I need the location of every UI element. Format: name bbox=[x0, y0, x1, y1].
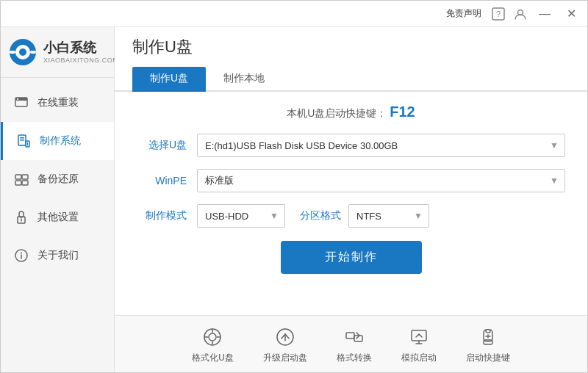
tool-format-udisk[interactable]: 格式化U盘 bbox=[192, 325, 234, 364]
svg-rect-40 bbox=[486, 330, 490, 333]
sidebar-item-make-system[interactable]: 制作系统 bbox=[1, 122, 114, 160]
logo-title: 小白系统 bbox=[43, 40, 118, 57]
svg-rect-34 bbox=[346, 333, 354, 338]
sidebar-item-about-us[interactable]: 关于我们 bbox=[1, 236, 114, 275]
winpe-label: WinPE bbox=[137, 175, 187, 186]
tool-upgrade-boot[interactable]: 升级启动盘 bbox=[263, 325, 307, 364]
sidebar-item-label-about-us: 关于我们 bbox=[37, 249, 79, 262]
logo-icon bbox=[8, 37, 37, 67]
svg-rect-16 bbox=[15, 175, 21, 179]
winpe-control: 标准版 ▼ bbox=[197, 169, 565, 192]
make-system-icon bbox=[15, 132, 32, 150]
svg-point-5 bbox=[19, 48, 26, 56]
user-icon[interactable] bbox=[512, 6, 528, 22]
tab-make-local[interactable]: 制作本地 bbox=[206, 67, 282, 92]
select-udisk-arrow: ▼ bbox=[550, 140, 559, 151]
start-btn-row: 开始制作 bbox=[137, 241, 565, 274]
svg-point-25 bbox=[21, 253, 22, 254]
select-udisk-row: 选择U盘 E:(hd1)USB Flash Disk USB Device 30… bbox=[137, 134, 565, 157]
winpe-dropdown[interactable]: 标准版 ▼ bbox=[197, 169, 565, 192]
upgrade-boot-icon bbox=[273, 325, 297, 349]
online-reinstall-icon bbox=[12, 94, 30, 112]
sidebar-item-other-settings[interactable]: 其他设置 bbox=[1, 198, 114, 236]
sidebar-menu: 在线重装 制作系统 bbox=[1, 78, 114, 373]
help-icon[interactable]: ? bbox=[490, 6, 506, 22]
logo-area: 小白系统 XIAOBAIXITONG.COM bbox=[1, 27, 114, 78]
svg-rect-12 bbox=[20, 137, 24, 139]
about-us-icon bbox=[12, 247, 30, 264]
logo-subtitle: XIAOBAIXITONG.COM bbox=[43, 57, 118, 64]
svg-rect-6 bbox=[10, 51, 15, 54]
backup-restore-icon bbox=[12, 170, 30, 188]
sidebar-item-online-reinstall[interactable]: 在线重装 bbox=[1, 84, 114, 122]
make-mode-row: 制作模式 USB-HDD ▼ 分区格式 NTFS ▼ bbox=[137, 204, 565, 228]
tool-simulate-boot-label: 模拟启动 bbox=[401, 352, 437, 364]
form-area: 本机U盘启动快捷键： F12 选择U盘 E:(hd1)USB Flash Dis… bbox=[115, 92, 587, 315]
svg-rect-19 bbox=[22, 181, 28, 185]
make-mode-label: 制作模式 bbox=[137, 209, 187, 222]
winpe-arrow: ▼ bbox=[550, 175, 559, 186]
make-mode-arrow: ▼ bbox=[270, 211, 279, 221]
start-make-button[interactable]: 开始制作 bbox=[281, 241, 422, 274]
svg-point-10 bbox=[17, 98, 18, 100]
svg-rect-18 bbox=[22, 175, 28, 179]
winpe-row: WinPE 标准版 ▼ bbox=[137, 169, 565, 192]
select-udisk-control: E:(hd1)USB Flash Disk USB Device 30.00GB… bbox=[197, 134, 565, 157]
tabs-bar: 制作U盘 制作本地 bbox=[115, 61, 587, 92]
sidebar-item-label-make-system: 制作系统 bbox=[40, 134, 81, 148]
free-declaration-link[interactable]: 免责声明 bbox=[446, 7, 481, 20]
partition-format-value: NTFS bbox=[356, 211, 381, 222]
shortcut-prefix: 本机U盘启动快捷键： bbox=[287, 107, 387, 119]
svg-rect-7 bbox=[30, 51, 36, 54]
partition-format-label: 分区格式 bbox=[300, 209, 341, 222]
svg-text:?: ? bbox=[496, 10, 501, 18]
simulate-boot-icon bbox=[407, 325, 431, 349]
sidebar: 小白系统 XIAOBAIXITONG.COM 在线重装 bbox=[1, 27, 115, 373]
sidebar-item-label-backup-restore: 备份还原 bbox=[37, 173, 79, 186]
partition-format-dropdown[interactable]: NTFS ▼ bbox=[348, 204, 429, 228]
tool-format-convert[interactable]: 格式转换 bbox=[337, 325, 372, 364]
sidebar-item-label-online-reinstall: 在线重装 bbox=[37, 96, 79, 109]
shortcut-hint: 本机U盘启动快捷键： F12 bbox=[137, 104, 565, 120]
tool-boot-shortcut-label: 启动快捷键 bbox=[466, 352, 510, 364]
bottom-toolbar: 格式化U盘 升级启动盘 bbox=[115, 315, 587, 373]
window-controls: ? — ✕ bbox=[490, 6, 581, 22]
title-bar: 免责声明 ? — ✕ bbox=[1, 1, 587, 27]
page-header: 制作U盘 bbox=[115, 27, 587, 58]
svg-rect-36 bbox=[412, 330, 426, 341]
format-convert-icon bbox=[343, 325, 366, 349]
boot-shortcut-icon bbox=[476, 325, 500, 349]
app-body: 小白系统 XIAOBAIXITONG.COM 在线重装 bbox=[1, 27, 587, 373]
make-mode-dropdown[interactable]: USB-HDD ▼ bbox=[197, 204, 285, 228]
close-button[interactable]: ✕ bbox=[561, 6, 581, 22]
tool-format-udisk-label: 格式化U盘 bbox=[192, 352, 234, 364]
tool-boot-shortcut[interactable]: 启动快捷键 bbox=[466, 325, 510, 364]
winpe-value: 标准版 bbox=[205, 174, 234, 187]
content-area: 制作U盘 制作U盘 制作本地 本机U盘启动快捷键： F12 选择U盘 E:(hd… bbox=[115, 27, 587, 373]
svg-point-27 bbox=[209, 333, 216, 341]
tool-upgrade-boot-label: 升级启动盘 bbox=[263, 352, 307, 364]
select-udisk-value: E:(hd1)USB Flash Disk USB Device 30.00GB bbox=[205, 140, 398, 151]
select-udisk-dropdown[interactable]: E:(hd1)USB Flash Disk USB Device 30.00GB… bbox=[197, 134, 565, 157]
tool-simulate-boot[interactable]: 模拟启动 bbox=[401, 325, 437, 364]
logo-text: 小白系统 XIAOBAIXITONG.COM bbox=[43, 40, 118, 64]
svg-rect-13 bbox=[20, 140, 24, 141]
svg-rect-17 bbox=[15, 181, 21, 185]
partition-format-arrow: ▼ bbox=[414, 211, 423, 221]
shortcut-key: F12 bbox=[390, 104, 415, 120]
sidebar-item-label-other-settings: 其他设置 bbox=[37, 211, 79, 224]
tool-format-convert-label: 格式转换 bbox=[337, 352, 372, 364]
other-settings-icon bbox=[12, 209, 30, 226]
tab-make-udisk[interactable]: 制作U盘 bbox=[132, 67, 206, 92]
select-udisk-label: 选择U盘 bbox=[137, 139, 187, 152]
make-mode-value: USB-HDD bbox=[205, 211, 248, 222]
minimize-button[interactable]: — bbox=[534, 6, 555, 22]
format-udisk-icon bbox=[201, 325, 224, 349]
page-title: 制作U盘 bbox=[132, 36, 193, 58]
sidebar-item-backup-restore[interactable]: 备份还原 bbox=[1, 160, 114, 198]
